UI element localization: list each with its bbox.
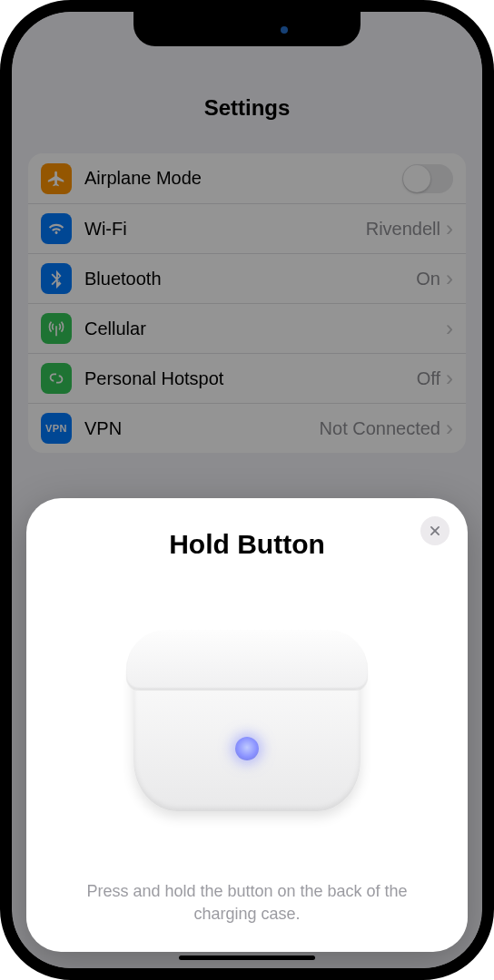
notch: [133, 12, 361, 46]
close-button[interactable]: [420, 516, 450, 545]
case-lid: [126, 630, 368, 690]
airpods-illustration: [50, 560, 444, 880]
pairing-sheet: Hold Button Press and hold the button on…: [26, 498, 468, 952]
screen: Settings Airplane Mode Wi-Fi Rivendell ›: [12, 12, 482, 968]
status-light-icon: [235, 737, 259, 760]
sheet-instruction: Press and hold the button on the back of…: [50, 880, 444, 925]
airpods-case: [133, 630, 361, 811]
home-indicator[interactable]: [179, 956, 315, 960]
sheet-title: Hold Button: [169, 529, 325, 560]
iphone-frame: Settings Airplane Mode Wi-Fi Rivendell ›: [0, 0, 494, 980]
camera-dot: [281, 26, 288, 34]
